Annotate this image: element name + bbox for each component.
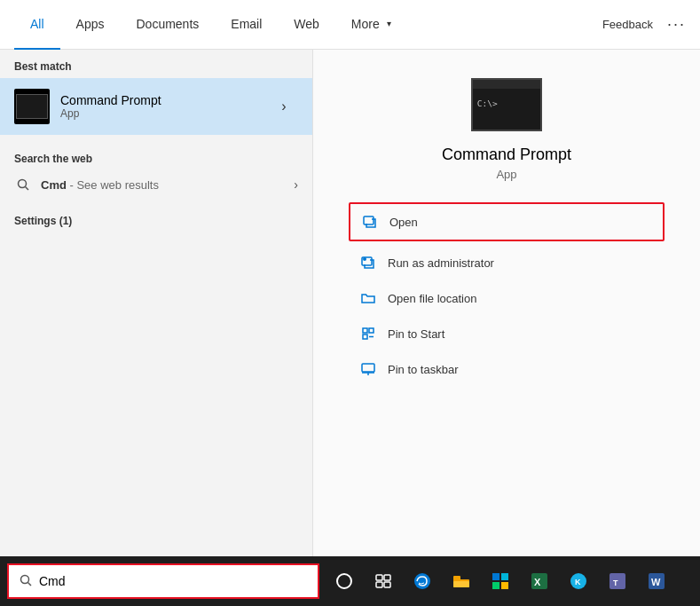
- taskbar-task-view[interactable]: [366, 563, 401, 599]
- tab-more[interactable]: More ▾: [335, 0, 407, 50]
- taskbar-word[interactable]: W: [639, 563, 674, 599]
- svg-point-0: [19, 180, 27, 188]
- svg-point-17: [337, 574, 351, 588]
- taskbar-explorer[interactable]: [444, 563, 479, 599]
- pin-taskbar-icon: [359, 360, 377, 378]
- web-search-item[interactable]: Cmd - See web results ›: [14, 169, 298, 201]
- pin-start-icon: [359, 325, 377, 342]
- action-admin-label: Run as administrator: [388, 256, 494, 270]
- taskbar-kodi[interactable]: K: [561, 563, 596, 599]
- svg-text:X: X: [534, 577, 541, 587]
- action-open-label: Open: [389, 216, 418, 229]
- settings-label: Settings (1): [14, 211, 298, 231]
- left-panel: Best match Command Prompt App › Search t…: [0, 50, 312, 556]
- svg-point-7: [363, 257, 366, 261]
- best-match-label: Best match: [0, 50, 312, 78]
- taskbar: X K T W: [0, 556, 700, 606]
- svg-rect-10: [363, 334, 367, 339]
- svg-rect-19: [384, 575, 390, 580]
- admin-icon: [359, 254, 377, 272]
- web-search-query: Cmd: [41, 178, 67, 192]
- svg-point-22: [414, 573, 430, 589]
- svg-text:W: W: [651, 577, 661, 587]
- taskbar-excel[interactable]: X: [522, 563, 557, 599]
- settings-section: Settings (1): [0, 204, 312, 238]
- app-preview-icon: C:\>: [471, 78, 542, 131]
- web-search-label: Search the web: [14, 146, 298, 169]
- svg-line-16: [28, 582, 32, 586]
- action-pin-start[interactable]: Pin to Start: [349, 316, 665, 351]
- action-pin-taskbar[interactable]: Pin to taskbar: [349, 351, 665, 387]
- taskbar-store[interactable]: [483, 563, 518, 599]
- action-run-admin[interactable]: Run as administrator: [349, 245, 665, 280]
- app-preview-subtitle: App: [496, 168, 516, 181]
- svg-rect-3: [473, 82, 540, 89]
- main-layout: Best match Command Prompt App › Search t…: [0, 50, 700, 556]
- svg-text:C:\>: C:\>: [477, 98, 498, 108]
- svg-rect-20: [376, 582, 382, 587]
- svg-rect-18: [376, 575, 382, 580]
- open-icon: [361, 213, 379, 231]
- more-options-button[interactable]: ···: [667, 15, 686, 34]
- best-match-subtitle: App: [60, 107, 270, 120]
- chevron-down-icon: ▾: [387, 19, 391, 28]
- svg-text:K: K: [575, 578, 581, 586]
- best-match-item[interactable]: Command Prompt App ›: [0, 78, 312, 135]
- action-pin-start-label: Pin to Start: [388, 327, 444, 341]
- web-search-sub: - See web results: [67, 178, 159, 192]
- web-search-section: Search the web Cmd - See web results ›: [0, 135, 312, 204]
- feedback-button[interactable]: Feedback: [602, 18, 653, 31]
- app-preview-title: Command Prompt: [442, 146, 571, 164]
- taskbar-search-icon: [20, 574, 32, 589]
- taskbar-edge[interactable]: [405, 563, 440, 599]
- svg-rect-29: [501, 582, 508, 589]
- svg-line-1: [26, 187, 29, 191]
- tab-more-label: More: [351, 17, 380, 31]
- nav-tabs: All Apps Documents Email Web More ▾: [14, 0, 602, 50]
- web-search-arrow: ›: [294, 177, 298, 192]
- action-list: Open Run as administrator: [313, 202, 700, 387]
- search-web-icon: [14, 176, 32, 193]
- tab-web[interactable]: Web: [278, 0, 335, 50]
- svg-rect-27: [501, 573, 508, 580]
- tab-all[interactable]: All: [14, 0, 60, 50]
- svg-rect-25: [453, 581, 469, 587]
- svg-rect-12: [362, 364, 374, 372]
- search-box[interactable]: [7, 563, 319, 599]
- svg-rect-9: [369, 328, 374, 333]
- app-icon: [14, 89, 50, 124]
- best-match-arrow[interactable]: ›: [270, 92, 298, 121]
- svg-rect-28: [492, 582, 499, 589]
- right-panel: C:\> Command Prompt App Open: [312, 50, 700, 556]
- svg-point-15: [21, 575, 29, 583]
- taskbar-search-button[interactable]: [326, 563, 362, 599]
- action-file-location-label: Open file location: [388, 292, 476, 305]
- cmd-icon-inner: [16, 94, 48, 119]
- web-search-text: Cmd - See web results: [41, 178, 159, 192]
- action-file-location[interactable]: Open file location: [349, 280, 665, 316]
- action-pin-taskbar-label: Pin to taskbar: [388, 363, 459, 376]
- best-match-text: Command Prompt App: [60, 93, 270, 120]
- action-open[interactable]: Open: [349, 202, 665, 241]
- taskbar-teams[interactable]: T: [600, 563, 635, 599]
- best-match-title: Command Prompt: [60, 93, 270, 107]
- top-nav-bar: All Apps Documents Email Web More ▾ Feed…: [0, 0, 700, 50]
- tab-email[interactable]: Email: [215, 0, 278, 50]
- tab-documents[interactable]: Documents: [120, 0, 215, 50]
- taskbar-search-input[interactable]: [39, 574, 307, 588]
- svg-text:T: T: [613, 578, 618, 587]
- tab-apps[interactable]: Apps: [60, 0, 121, 50]
- taskbar-icons: X K T W: [326, 563, 674, 599]
- svg-rect-26: [492, 573, 499, 580]
- svg-rect-5: [364, 216, 374, 224]
- svg-rect-21: [384, 582, 390, 587]
- nav-right: Feedback ···: [602, 15, 686, 34]
- svg-rect-8: [363, 328, 367, 333]
- folder-icon: [359, 289, 377, 307]
